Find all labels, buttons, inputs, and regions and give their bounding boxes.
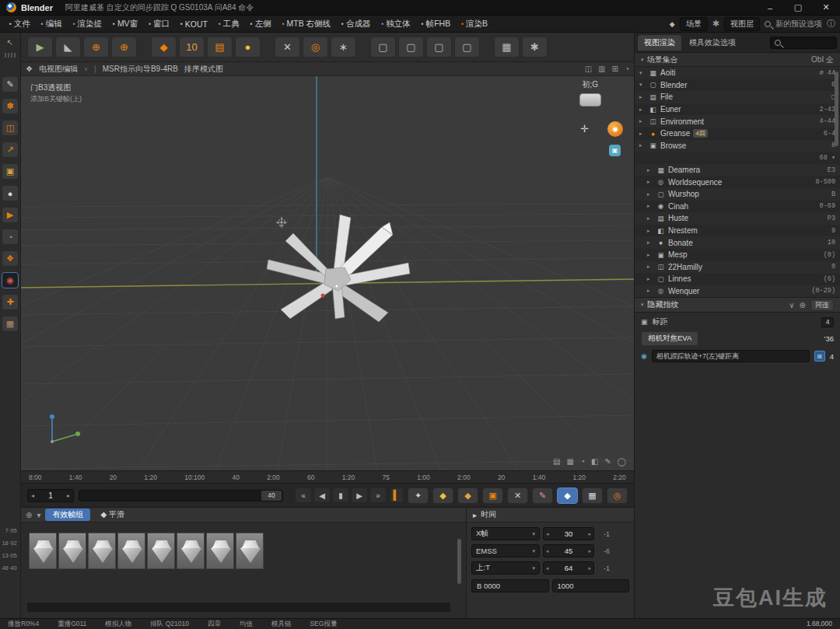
toolbar-button[interactable]: ▦ (494, 37, 520, 58)
channel-select[interactable]: 上:T ▾ (471, 561, 540, 575)
playback-option-button[interactable]: ◆ (457, 487, 478, 504)
viewport-corner-icon[interactable]: ◔ (580, 457, 585, 466)
zoom-view-button[interactable]: ◉ (607, 121, 623, 137)
expand-arrow-icon[interactable]: ▸ (647, 276, 653, 282)
expand-arrow-icon[interactable]: ▸ (639, 131, 646, 137)
start-frame-field[interactable]: B 0000 (471, 579, 549, 592)
row-toggles[interactable]: 9 (831, 227, 835, 235)
value-field[interactable]: ◂ 64 ▸ (543, 561, 594, 575)
keyframe-thumbnail[interactable] (117, 533, 145, 569)
row-toggles[interactable]: 2-43 (820, 106, 835, 114)
outliner-row[interactable]: ▸ ◫ 22Hamilly 0 (635, 261, 840, 274)
viewport-mode[interactable]: 排序模式图 (184, 64, 223, 75)
tool-button[interactable]: ▦ (2, 316, 19, 332)
outliner-row[interactable]: ▸ ▦ Deamera E3 (635, 164, 840, 176)
transport-button[interactable]: » (370, 488, 386, 502)
outliner-row[interactable]: ▸ ▣ Mesp (0) (635, 249, 840, 261)
toolbar-button[interactable]: ✱ (522, 37, 548, 58)
menu-item[interactable]: ▪ 工典 (214, 17, 244, 31)
tracking-path-field[interactable]: 相机跟踪轨迹+7(左)键距离 (652, 350, 810, 362)
keyframe-thumbnail[interactable] (29, 533, 57, 569)
viewport-corner-icon[interactable]: ▦ (566, 457, 573, 466)
keyframe-thumbnail[interactable] (206, 533, 234, 569)
value-field[interactable]: ◂ 30 ▸ (543, 527, 594, 540)
menu-item[interactable]: ▪ KOUT (176, 18, 212, 30)
tool-button[interactable]: ✚ (2, 294, 19, 310)
toolbar-button[interactable]: ▢ (398, 37, 424, 58)
expand-arrow-icon[interactable]: ▸ (647, 215, 653, 222)
view-layer-selector[interactable]: 视图层 (724, 17, 760, 31)
playhead-marker[interactable]: ▍ (390, 488, 403, 502)
properties-header-button[interactable]: 同连 (810, 299, 834, 311)
viewport-editor-icon[interactable]: ❖ (26, 65, 33, 73)
value-decrement-icon[interactable]: ◂ (546, 565, 549, 571)
channel-select[interactable]: EMSS ▾ (471, 544, 540, 557)
toolbar-button[interactable]: ⊕ (111, 37, 137, 58)
viewport-header-icon[interactable]: ◔ (625, 65, 629, 73)
pin-icon[interactable]: ⊕ (800, 301, 806, 309)
summary-track[interactable] (27, 603, 450, 612)
minimize-button[interactable]: – (756, 0, 784, 15)
tool-button[interactable]: ◔ (2, 229, 19, 245)
expand-arrow-icon[interactable]: ▸ (647, 228, 653, 234)
toolbar-button[interactable]: ▤ (207, 37, 233, 58)
disclosure-icon[interactable]: ▸ (473, 511, 477, 519)
maximize-button[interactable]: ▢ (784, 0, 812, 15)
expand-arrow-icon[interactable]: ▸ (647, 288, 653, 294)
outliner-row[interactable]: ▸ ▤ Huste P3 (635, 212, 840, 225)
scene-selector[interactable]: 场景 (680, 17, 708, 31)
tool-button[interactable]: ❖ (2, 250, 19, 267)
expand-arrow-icon[interactable]: ▸ (647, 264, 653, 270)
menu-item[interactable]: ▪ 编辑 (37, 17, 67, 31)
channel-select[interactable]: X帧 ▾ (471, 527, 540, 540)
current-frame-value[interactable]: 1 (37, 491, 64, 500)
keyframe-thumbnail[interactable] (147, 533, 175, 569)
toolbar-button[interactable]: ▢ (454, 37, 480, 58)
outliner-tab[interactable]: 模具效染选项 (683, 35, 742, 51)
row-toggles[interactable]: (0) (824, 251, 835, 259)
menu-item[interactable]: ▪ 独立体 (376, 17, 415, 31)
menu-item[interactable]: ▪ 帧FHB (417, 17, 455, 31)
tool-button[interactable]: ◫ (2, 120, 19, 136)
row-toggles[interactable]: 8-500 (815, 178, 835, 186)
menu-item[interactable]: ▪ 文件 (5, 17, 35, 31)
timeline-ruler[interactable]: 8:001:40201:2010:100402:00601:20751:002:… (21, 470, 634, 484)
property-toggle[interactable]: 4 (821, 317, 834, 327)
viewport-canvas[interactable]: 门B3透视图 添加B关键帧(上) 初;G ✛ ◉ ▣ ▤▦◔◧✎◯ (21, 76, 634, 470)
value-increment-icon[interactable]: ▸ (588, 565, 591, 571)
tool-button[interactable]: ↗ (2, 142, 19, 158)
outliner-row[interactable]: ▸ ◧ Nrestem 9 (635, 225, 840, 237)
chevron-down-icon[interactable]: ▾ (641, 57, 644, 63)
row-toggles[interactable]: 4-44 (820, 117, 835, 125)
outliner-search-input[interactable] (770, 37, 837, 49)
toolbar-button[interactable]: ∗ (331, 37, 356, 58)
preset-label[interactable]: 新的预设选项 (775, 19, 822, 30)
outliner-row[interactable]: ▾ ▢ Blender 6 (635, 79, 840, 92)
camera-view-button[interactable]: ▣ (609, 145, 621, 156)
expand-arrow-icon[interactable]: ▸ (647, 191, 653, 197)
menu-item[interactable]: ▪ MV窗 (108, 17, 142, 31)
expand-arrow-icon[interactable]: ▸ (639, 118, 646, 124)
viewport-corner-icon[interactable]: ▤ (553, 457, 560, 466)
outliner-row[interactable]: ▸ ▤ File ▢ (635, 91, 840, 103)
value-increment-icon[interactable]: ▸ (588, 531, 591, 537)
viewport-corner-icon[interactable]: ◯ (618, 457, 626, 466)
expand-arrow-icon[interactable]: ▸ (647, 179, 653, 185)
tool-button[interactable]: ◉ (2, 272, 19, 288)
tool-button[interactable]: ▶ (2, 207, 19, 223)
outliner-row[interactable]: ▾ ▦ Aoiti ⌀ 44 (635, 67, 840, 79)
toolbar-button[interactable]: ⊕ (83, 37, 109, 58)
viewport-header-icon[interactable]: ⊞ (612, 65, 618, 73)
viewport-corner-icon[interactable]: ✎ (604, 457, 611, 466)
toolbar-button[interactable]: ◆ (151, 37, 177, 58)
current-frame-stepper[interactable]: ◂ 1 ▸ (27, 489, 74, 502)
row-toggles[interactable]: (0-29) (811, 287, 835, 295)
link-badge[interactable]: ⊞ (814, 351, 825, 362)
expand-arrow-icon[interactable]: ▸ (647, 239, 653, 246)
keyframe-thumbnail[interactable] (177, 533, 205, 569)
playback-option-button[interactable]: ◆ (432, 487, 453, 504)
menu-item[interactable]: ▪ 左侧 (246, 17, 276, 31)
value-decrement-icon[interactable]: ◂ (546, 531, 549, 537)
outliner-filter-label[interactable]: ObI 全 (811, 54, 834, 65)
search-icon[interactable] (765, 21, 771, 27)
